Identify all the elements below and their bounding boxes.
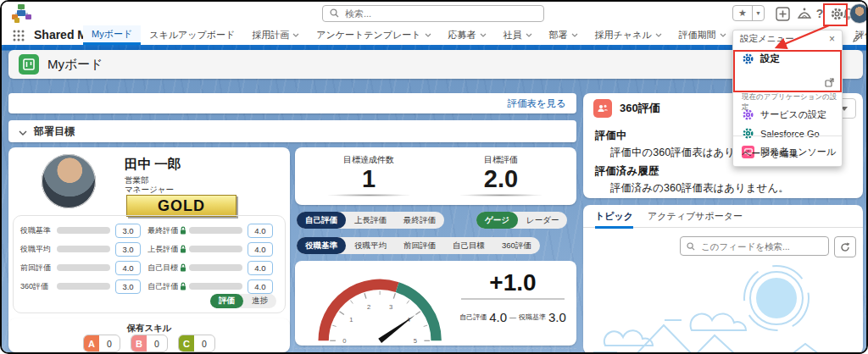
- edit-nav-pencil-icon[interactable]: [853, 30, 863, 46]
- app-window: ★ ▼ ? Shared Mee Myボード スキルアップボード 採用計画 アン…: [0, 0, 868, 354]
- value-box[interactable]: 4.0: [248, 224, 273, 238]
- eval-360-title: 360評価: [620, 101, 660, 116]
- chevron-down-icon[interactable]: [292, 33, 299, 37]
- chevron-down-icon[interactable]: [571, 33, 578, 37]
- search-input[interactable]: [343, 8, 537, 19]
- filter-role-standard[interactable]: 役職基準: [297, 237, 346, 254]
- star-icon[interactable]: ★: [733, 6, 752, 20]
- filter-360-eval[interactable]: 360評価: [493, 237, 540, 254]
- svg-text:5: 5: [414, 337, 417, 345]
- tab-eval-periods[interactable]: 評価期間: [670, 25, 735, 45]
- value-box[interactable]: 3.0: [115, 224, 141, 238]
- favorites-dropdown-icon[interactable]: ▼: [752, 6, 764, 20]
- profile-card: 田中 一郎 営業部 マネージャー GOLD 役職基準 3.0 最終評価 4.0 …: [8, 147, 290, 342]
- rank-badge: GOLD: [126, 195, 236, 217]
- history-empty-text: 評価済みの360評価表はありません。: [610, 181, 789, 196]
- value-box[interactable]: 3.0: [115, 279, 141, 294]
- metric-row: 役職基準 3.0 最終評価 4.0: [20, 223, 280, 238]
- baseline-filter-row: 役職基準 役職平均 前回評価 自己目標 360評価: [297, 237, 540, 254]
- chevron-down-icon[interactable]: [425, 33, 431, 37]
- gear-icon: [742, 53, 754, 65]
- tab-hiring-plan[interactable]: 採用計画: [243, 25, 308, 45]
- guidance-center-button[interactable]: [795, 5, 814, 22]
- tab-hiring-channels[interactable]: 採用チャネル: [587, 25, 670, 45]
- slider[interactable]: [189, 264, 242, 271]
- slider[interactable]: [189, 283, 242, 290]
- slider[interactable]: [189, 246, 242, 252]
- slider[interactable]: [57, 264, 109, 271]
- lock-icon: [180, 282, 186, 290]
- global-actions-button[interactable]: [773, 5, 792, 22]
- chevron-down-icon[interactable]: [480, 33, 487, 37]
- slider[interactable]: [57, 246, 109, 252]
- tab-employees[interactable]: 社員: [495, 25, 541, 45]
- profile-photo: [42, 154, 96, 208]
- view-evaluation-link[interactable]: 評価表を見る: [507, 97, 566, 110]
- menu-item-edit-page[interactable]: ページを編集: [742, 147, 798, 160]
- filter-self-goal[interactable]: 自己目標: [444, 237, 493, 254]
- global-search[interactable]: [322, 5, 544, 22]
- tab-skillup-board[interactable]: スキルアップボード: [141, 25, 243, 45]
- view-gauge-button[interactable]: ゲージ: [476, 212, 518, 229]
- tab-survey-template[interactable]: アンケートテンプレート: [308, 25, 439, 45]
- filter-previous-eval[interactable]: 前回評価: [395, 237, 444, 254]
- tab-myboard[interactable]: Myボード: [83, 25, 141, 45]
- metric-row: 前回評価 4.0 自己目標 4.0: [20, 260, 280, 275]
- chevron-down-icon[interactable]: [655, 33, 662, 37]
- filter-self-eval[interactable]: 自己評価: [297, 212, 346, 229]
- user-avatar[interactable]: [849, 3, 868, 24]
- svg-text:2: 2: [367, 303, 370, 311]
- gear-icon: [742, 108, 754, 121]
- chevron-down-icon[interactable]: [19, 124, 27, 139]
- tab-departments[interactable]: 部署: [541, 25, 587, 45]
- filter-manager-eval[interactable]: 上長評価: [346, 212, 395, 229]
- value-box[interactable]: 3.0: [115, 242, 141, 257]
- section-department-goals[interactable]: 部署目標: [8, 120, 576, 142]
- lock-icon: [180, 226, 186, 235]
- in-progress-heading: 評価中: [595, 129, 627, 143]
- search-icon: [330, 8, 339, 19]
- view-radar-button[interactable]: レーダー: [518, 212, 567, 229]
- help-button[interactable]: ?: [814, 5, 826, 22]
- tab-topics[interactable]: トピック: [595, 210, 633, 229]
- toggle-progress[interactable]: 進捗: [243, 294, 276, 308]
- eval-progress-toggle[interactable]: 評価 進捗: [210, 294, 276, 308]
- feed-search-input[interactable]: [699, 241, 822, 252]
- value-box[interactable]: 4.0: [248, 279, 273, 294]
- filter-final-eval[interactable]: 最終評価: [395, 212, 444, 229]
- feed-search[interactable]: [680, 236, 829, 256]
- menu-item-service-setup[interactable]: サービスの設定: [733, 108, 842, 121]
- value-box[interactable]: 4.0: [248, 242, 273, 257]
- skill-badge-a[interactable]: A0: [83, 335, 120, 352]
- metric-row: 360評価 3.0 自己評価 4.0: [20, 279, 280, 294]
- skill-badge-c[interactable]: C0: [178, 335, 215, 352]
- svg-text:1: 1: [349, 316, 353, 324]
- chevron-down-icon[interactable]: [526, 33, 532, 37]
- slider[interactable]: [189, 227, 242, 234]
- menu-item-setup[interactable]: 設定: [733, 53, 842, 65]
- toggle-eval[interactable]: 評価: [210, 294, 243, 308]
- menu-item-salesforce-go[interactable]: Salesforce Go: [733, 127, 842, 140]
- value-box[interactable]: 4.0: [248, 261, 273, 275]
- board-icon: [19, 54, 39, 75]
- slider[interactable]: [57, 283, 109, 290]
- chevron-down-icon[interactable]: [720, 33, 726, 37]
- setup-menu-title: 設定メニュー: [740, 33, 794, 45]
- empty-feed-illustration: [583, 264, 863, 354]
- skill-badge-b[interactable]: B0: [131, 335, 168, 352]
- slider[interactable]: [57, 227, 109, 234]
- value-box[interactable]: 4.0: [115, 261, 141, 275]
- favorites-button[interactable]: ★ ▼: [732, 5, 765, 21]
- close-icon[interactable]: ×: [829, 33, 835, 45]
- lock-icon: [180, 245, 186, 253]
- app-launcher-icon[interactable]: [13, 30, 25, 45]
- lock-icon: [180, 263, 186, 272]
- employee-name: 田中 一郎: [125, 156, 181, 174]
- refresh-feed-button[interactable]: [834, 236, 856, 257]
- metric-row: 役職平均 3.0 上長評価 4.0: [20, 241, 280, 257]
- tab-active-supporters[interactable]: アクティブサポーター: [648, 210, 743, 223]
- filter-role-average[interactable]: 役職平均: [346, 237, 395, 254]
- tab-applicants[interactable]: 応募者: [440, 25, 495, 45]
- section-title: 部署目標: [34, 124, 75, 139]
- board-toolbar: 評価表を見る: [8, 93, 576, 113]
